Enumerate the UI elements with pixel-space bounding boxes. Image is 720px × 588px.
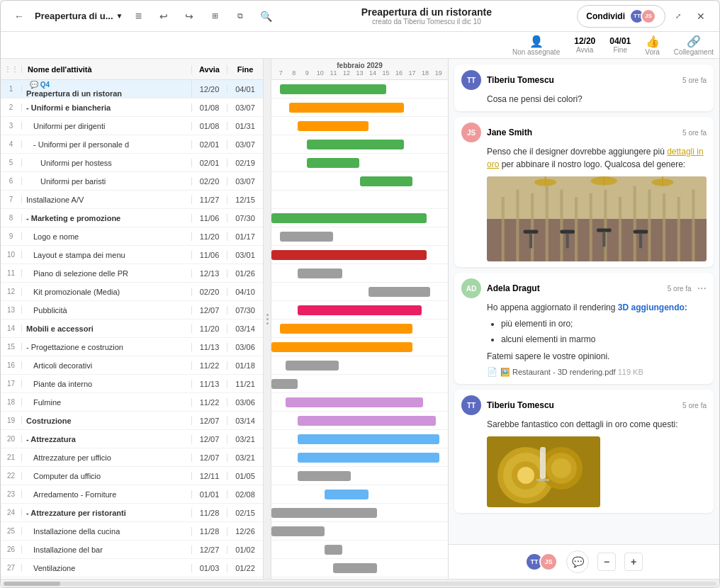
- day-label: 12: [340, 69, 354, 77]
- gantt-bar[interactable]: [307, 140, 404, 149]
- attachment[interactable]: 📄 🖼️ Restaurant - 3D rendering.pdf 119 K…: [487, 366, 707, 378]
- task-row[interactable]: 3 Uniformi per dirigenti 01/08 01/31: [1, 117, 263, 135]
- task-row[interactable]: 2 - Uniformi e biancheria 01/08 03/07: [1, 98, 263, 117]
- comment-header: JS Jane Smith 5 ore fa: [461, 123, 707, 142]
- gantt-bar[interactable]: [271, 213, 427, 223]
- task-row[interactable]: 10 Layout e stampa dei menu 11/06 03/01: [1, 246, 263, 264]
- day-label: 16: [393, 69, 406, 77]
- scroll-thumb[interactable]: [4, 582, 60, 586]
- gantt-bar[interactable]: [307, 158, 360, 168]
- comment-time: 5 ore fa: [668, 285, 692, 293]
- title-bar-left: ← Preapertura di u... ▼ ≡ ↩ ↪ ⊞ ⧉ 🔍: [9, 6, 276, 26]
- svg-rect-24: [560, 230, 575, 234]
- back-button[interactable]: ←: [9, 6, 29, 26]
- gantt-bar[interactable]: [298, 453, 439, 463]
- gantt-bar[interactable]: [286, 397, 423, 407]
- gantt-bars: [271, 80, 448, 579]
- gantt-bar[interactable]: [333, 563, 377, 573]
- task-row[interactable]: 27 Ventilazione 01/03 01/22: [1, 559, 263, 577]
- task-row[interactable]: 12 Kit promozionale (Media) 02/20 04/10: [1, 283, 263, 301]
- task-row[interactable]: 9 Logo e nome 11/20 01/17: [1, 227, 263, 246]
- more-options-btn[interactable]: ···: [697, 282, 707, 295]
- task-end: 01/22: [227, 564, 263, 572]
- task-end: 02/08: [227, 490, 263, 499]
- zoom-plus-btn[interactable]: +: [624, 553, 643, 571]
- task-row[interactable]: 19 Costruzione 12/07 03/14: [1, 412, 263, 430]
- task-row[interactable]: 5 Uniformi per hostess 02/01 02/19: [1, 154, 263, 172]
- gantt-bar[interactable]: [298, 268, 342, 278]
- gantt-bar[interactable]: [325, 545, 342, 555]
- task-row[interactable]: 25 Installazione della cucina 11/28 12/2…: [1, 522, 263, 541]
- menu-button[interactable]: ≡: [128, 6, 148, 26]
- task-row[interactable]: 13 Pubblicità 12/07 07/30: [1, 301, 263, 320]
- resize-button[interactable]: ⤢: [668, 6, 688, 26]
- redo-button[interactable]: ↪: [179, 6, 199, 26]
- gantt-bar[interactable]: [271, 508, 377, 518]
- gantt-bar[interactable]: [298, 121, 369, 131]
- gantt-bar[interactable]: [325, 490, 369, 499]
- row-number: 23: [1, 490, 22, 498]
- chat-icon-btn[interactable]: 💬: [566, 550, 589, 573]
- svg-rect-5: [546, 186, 549, 262]
- search-button[interactable]: 🔍: [256, 6, 276, 26]
- task-row[interactable]: 18 Fulmine 11/22 03/06: [1, 393, 263, 412]
- gantt-bar[interactable]: [286, 361, 339, 371]
- day-label: 13: [353, 69, 366, 77]
- gantt-bar[interactable]: [271, 379, 298, 389]
- task-row[interactable]: 17 Piante da interno 11/13 11/21: [1, 375, 263, 393]
- gantt-bar[interactable]: [280, 84, 386, 94]
- task-row[interactable]: 22 Computer da ufficio 12/11 01/05: [1, 467, 263, 485]
- task-row[interactable]: 24 - Attrezzature per ristoranti 11/28 0…: [1, 504, 263, 522]
- close-button[interactable]: ✕: [691, 6, 711, 26]
- stat-vora: 👍 Vora: [645, 35, 660, 56]
- gantt-bar[interactable]: [298, 471, 351, 481]
- task-row[interactable]: 4 - Uniformi per il personale d 02/01 03…: [1, 135, 263, 154]
- gantt-bar[interactable]: [360, 176, 413, 186]
- zoom-minus-btn[interactable]: −: [597, 553, 616, 571]
- row-num-header: ⋮⋮: [1, 65, 22, 73]
- task-row[interactable]: 16 Articoli decorativi 11/22 01/18: [1, 356, 263, 375]
- task-row[interactable]: 21 Attrezzature per ufficio 12/07 03/21: [1, 448, 263, 467]
- task-start: 11/13: [192, 343, 227, 351]
- chevron-down-icon[interactable]: ▼: [116, 12, 123, 20]
- task-row[interactable]: 14 Mobili e accessori 11/20 03/14: [1, 320, 263, 338]
- task-row[interactable]: 8 - Marketing e promozione 11/06 07/30: [1, 209, 263, 227]
- comments-body: TT Tiberiu Tomescu 5 ore fa Cosa ne pens…: [449, 59, 719, 544]
- task-row[interactable]: 6 Uniformi per baristi 02/20 03/07: [1, 172, 263, 191]
- task-name: Installazione del bar: [22, 545, 192, 554]
- fullscreen-button[interactable]: ⧉: [230, 6, 250, 26]
- day-label: 15: [379, 69, 393, 77]
- share-button[interactable]: Condividi TT JS: [577, 5, 665, 28]
- comment-avatar: AD: [461, 278, 481, 298]
- task-row[interactable]: 7 Installazione A/V 11/27 12/15: [1, 191, 263, 209]
- svg-rect-2: [502, 197, 505, 261]
- task-start: 11/22: [192, 398, 227, 407]
- gantt-bar[interactable]: [289, 103, 404, 113]
- gantt-bar[interactable]: [271, 342, 412, 352]
- task-row[interactable]: 26 Installazione del bar 12/27 01/02: [1, 541, 263, 559]
- insert-button[interactable]: ⊞: [205, 6, 225, 26]
- task-row[interactable]: 1 💬 Q4 Preapertura di un ristoran 12/20 …: [1, 80, 263, 98]
- bottom-scrollbar[interactable]: [1, 579, 719, 587]
- svg-rect-8: [590, 193, 592, 261]
- bar-row: [271, 80, 448, 98]
- gantt-bar[interactable]: [271, 526, 325, 536]
- task-row[interactable]: 15 - Progettazione e costruzion 11/13 03…: [1, 338, 263, 356]
- link-icon: 🔗: [687, 35, 701, 48]
- resize-handle[interactable]: [263, 59, 271, 579]
- task-start: 02/01: [192, 159, 227, 167]
- task-row[interactable]: 20 - Attrezzatura 12/07 03/21: [1, 430, 263, 448]
- gantt-bar[interactable]: [298, 416, 435, 426]
- task-row[interactable]: 23 Arredamento - Forniture 01/01 02/08: [1, 485, 263, 504]
- gantt-bar[interactable]: [271, 250, 427, 260]
- undo-button[interactable]: ↩: [154, 6, 174, 26]
- comment-item: AD Adela Dragut 5 ore fa ··· Ho appena a…: [454, 273, 714, 384]
- scroll-track[interactable]: [4, 582, 716, 586]
- link-dettagli[interactable]: dettagli in oro: [487, 147, 704, 169]
- task-row[interactable]: 11 Piano di selezione delle PR 12/13 01/…: [1, 264, 263, 283]
- gantt-bar[interactable]: [369, 287, 430, 297]
- gantt-bar[interactable]: [298, 305, 421, 315]
- gantt-bar[interactable]: [280, 232, 333, 242]
- gantt-bar[interactable]: [298, 434, 439, 444]
- gantt-bar[interactable]: [280, 324, 412, 334]
